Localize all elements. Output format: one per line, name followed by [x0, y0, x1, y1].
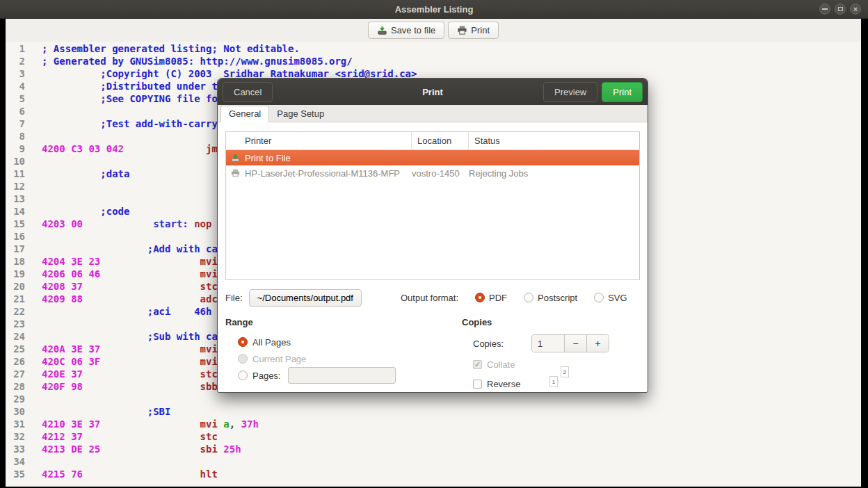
code-text [25, 193, 42, 205]
code-text: 4213 DE 25 sbi 25h [25, 443, 241, 455]
print-button[interactable]: Print [602, 82, 643, 102]
code-text [25, 230, 42, 243]
line-number: 34 [6, 455, 25, 468]
tab-general[interactable]: General [220, 106, 269, 122]
output-format-label: Output format: [401, 293, 458, 303]
line-number: 15 [6, 218, 25, 230]
format-option-postscript[interactable]: Postscript [524, 293, 577, 303]
printer-row[interactable]: HP-LaserJet-Professional-M1136-MFPvostro… [226, 165, 639, 181]
code-text: ;aci 46h [25, 305, 211, 318]
code-text [25, 155, 42, 168]
line-number: 5 [6, 92, 25, 105]
window-controls: × [819, 3, 861, 15]
code-text [25, 455, 42, 468]
output-file-button[interactable]: ~/Documents/output.pdf [249, 289, 362, 307]
code-text: 4209 88 adc b [25, 293, 230, 305]
format-option-pdf[interactable]: PDF [475, 293, 507, 303]
format-option-svg[interactable]: SVG [594, 293, 627, 303]
line-number: 16 [6, 230, 25, 243]
code-text: 4210 3E 37 mvi a, 37h [25, 418, 259, 430]
line-number: 30 [6, 405, 25, 418]
range-option-current-page: Current Page [238, 350, 462, 367]
printer-name: Print to File [245, 153, 412, 163]
tab-page-setup[interactable]: Page Setup [269, 106, 332, 122]
format-pdf-label: PDF [489, 293, 507, 303]
listing-line: 354215 76 hlt [6, 468, 861, 480]
save-icon [377, 25, 387, 35]
listing-line: 29 [6, 393, 861, 405]
copies-label: Copies: [473, 339, 531, 349]
reverse-checkbox[interactable] [473, 380, 482, 389]
printer-icon [230, 168, 241, 179]
save-to-file-button[interactable]: Save to file [368, 22, 444, 39]
line-number: 9 [6, 143, 25, 155]
dialog-tabs: General Page Setup [218, 105, 648, 122]
line-number: 23 [6, 318, 25, 330]
listing-line: 2; Generated by GNUSim8085: http://www.g… [6, 55, 861, 67]
minimize-icon [822, 8, 828, 10]
code-text [25, 393, 42, 405]
preview-button[interactable]: Preview [543, 82, 597, 102]
titlebar: Assembler Listing × [0, 0, 868, 19]
column-printer[interactable]: Printer [226, 132, 412, 149]
printer-icon [457, 25, 467, 35]
printer-row[interactable]: Print to File [226, 150, 639, 165]
copies-title: Copies [462, 317, 640, 327]
copies-count-input[interactable]: 1 [532, 335, 564, 352]
pages-label: Pages: [252, 371, 280, 381]
minimize-button[interactable] [819, 3, 830, 15]
print-toolbar-label: Print [471, 25, 490, 35]
line-number: 17 [6, 243, 25, 255]
line-number: 24 [6, 330, 25, 343]
copies-increment-button[interactable]: + [586, 335, 609, 352]
copies-section: Copies Copies: 1 − + ✓ Collate Reverse [462, 317, 640, 391]
line-number: 29 [6, 393, 25, 405]
line-number: 10 [6, 155, 25, 168]
collate-checkbox: ✓ [473, 360, 482, 369]
copies-stepper: 1 − + [531, 334, 609, 352]
printer-location: vostro-1450 [412, 168, 469, 179]
code-text: 4212 37 stc [25, 430, 218, 443]
code-text: 420F 98 sbb b [25, 380, 230, 393]
print-toolbar-button[interactable]: Print [448, 22, 499, 39]
print-dialog-header: Print Cancel Preview Print [218, 79, 648, 105]
close-button[interactable]: × [850, 3, 861, 15]
file-row: File: ~/Documents/output.pdf Output form… [225, 287, 640, 308]
range-title: Range [225, 317, 462, 327]
code-text: ; Generated by GNUSim8085: http://www.gn… [25, 55, 353, 67]
code-text: 4208 37 stc [25, 280, 218, 293]
code-text: ;Add with carry [25, 243, 235, 255]
range-option-pages[interactable]: Pages: [238, 367, 462, 384]
listing-line: 314210 3E 37 mvi a, 37h [6, 418, 861, 430]
line-number: 31 [6, 418, 25, 430]
code-text: 4215 76 hlt [25, 468, 218, 480]
format-postscript-label: Postscript [538, 293, 577, 303]
window-title: Assembler Listing [395, 4, 474, 15]
printer-status: Rejecting Jobs [469, 168, 639, 179]
collate-label: Collate [487, 359, 515, 370]
code-text: 420E 37 stc [25, 368, 218, 380]
code-text [25, 180, 42, 193]
maximize-button[interactable] [835, 3, 846, 15]
output-format-group: Output format: PDF Postscript SVG [401, 293, 627, 303]
reverse-label: Reverse [487, 379, 520, 389]
code-text [25, 318, 42, 330]
line-number: 4 [6, 80, 25, 92]
code-text: ; Assembler generated listing; Not edita… [25, 42, 300, 55]
line-number: 35 [6, 468, 25, 480]
range-option-all-pages[interactable]: All Pages [238, 334, 462, 350]
file-label: File: [225, 293, 243, 303]
line-number: 21 [6, 293, 25, 305]
column-status[interactable]: Status [469, 132, 639, 149]
dialog-content: Printer Location Status Print to FileHP-… [218, 122, 648, 391]
cancel-button[interactable]: Cancel [223, 82, 273, 102]
line-number: 7 [6, 117, 25, 130]
copies-decrement-button[interactable]: − [564, 335, 586, 352]
column-location[interactable]: Location [412, 132, 469, 149]
radio-pages-icon [238, 371, 248, 380]
close-icon: × [853, 6, 858, 13]
line-number: 11 [6, 168, 25, 180]
pages-input[interactable] [288, 367, 396, 384]
listing-line: 34 [6, 455, 861, 468]
line-number: 14 [6, 205, 25, 218]
